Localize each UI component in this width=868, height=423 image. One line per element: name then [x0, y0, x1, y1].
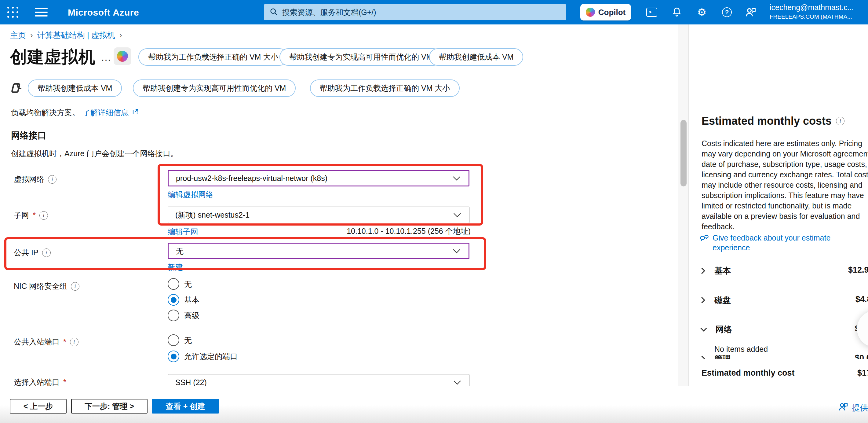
subnet-dropdown[interactable]: (新项) snet-westus2-1: [168, 207, 469, 223]
radio-selected-icon[interactable]: [168, 350, 179, 362]
chevron-right-icon: ›: [30, 31, 33, 40]
wizard-footer: < 上一步 下一步: 管理 > 查看 + 创建 提供...: [0, 386, 868, 423]
footer-feedback-link[interactable]: 提供...: [838, 402, 868, 414]
estimate-feedback-link[interactable]: Give feedback about your estimate experi…: [713, 233, 852, 252]
inbound-ports-label: 公共入站端口 * i: [14, 337, 79, 347]
info-icon[interactable]: i: [836, 117, 844, 125]
total-label: Estimated monthly cost: [702, 368, 795, 378]
chevron-right-icon: [700, 296, 707, 304]
cost-row-disk[interactable]: 磁盘 $4.8: [700, 293, 868, 307]
breadcrumb-compute[interactable]: 计算基础结构 | 虚拟机: [37, 30, 115, 41]
chevron-down-icon: [453, 210, 461, 220]
copilot-suggestion-vm-size[interactable]: 帮助我为工作负载选择正确的 VM 大小: [138, 48, 288, 66]
copilot-badge-button[interactable]: [114, 47, 131, 65]
public-ip-dropdown[interactable]: 无: [168, 243, 469, 259]
copilot-suggestion-high-availability-2[interactable]: 帮助我创建专为实现高可用性而优化的 VM: [133, 80, 296, 97]
radio-icon[interactable]: [168, 334, 179, 346]
total-value: $17: [857, 368, 868, 378]
copilot-suggestion-vm-size-2[interactable]: 帮助我为工作负载选择正确的 VM 大小: [310, 80, 460, 97]
azure-create-vm-page: Microsoft Azure Copilot >_ ⚙ ? icecheng@…: [0, 0, 868, 423]
global-search[interactable]: [264, 4, 566, 20]
copilot-suggestion-high-availability[interactable]: 帮助我创建专为实现高可用性而优化的 VM: [279, 48, 442, 66]
section-title-network-interface: 网络接口: [11, 130, 46, 142]
info-icon[interactable]: i: [71, 282, 80, 291]
breadcrumb-home[interactable]: 主页: [10, 30, 26, 41]
costs-disclaimer: Costs indicated here are estimates only.…: [702, 138, 868, 232]
external-link-icon: [132, 108, 139, 117]
inbound-option-allow-selected[interactable]: 允许选定的端口: [168, 350, 238, 362]
copilot-icon: [586, 8, 595, 17]
account-tenant: FREELEAPS.COM (MATHMA...: [770, 13, 868, 20]
info-icon[interactable]: i: [48, 175, 57, 184]
cloud-shell-icon[interactable]: >_: [645, 6, 658, 18]
breadcrumb: 主页 › 计算基础结构 | 虚拟机 ›: [10, 30, 122, 41]
copilot-suggestion-low-cost-2[interactable]: 帮助我创建低成本 VM: [28, 80, 122, 97]
info-icon[interactable]: i: [42, 249, 51, 257]
chevron-right-icon: [700, 267, 707, 275]
chevron-down-icon: [453, 174, 461, 183]
cost-price: $12.9: [848, 265, 868, 275]
hamburger-menu-icon[interactable]: [35, 8, 48, 17]
section-description: 创建虚拟机时，Azure 门户会创建一个网络接口。: [11, 148, 178, 159]
review-create-button[interactable]: 查看 + 创建: [152, 399, 219, 414]
estimated-costs-panel: Estimated monthly costs i Costs indicate…: [688, 24, 868, 386]
account-info[interactable]: icecheng@mathmast.c... FREELEAPS.COM (MA…: [770, 3, 868, 20]
settings-gear-icon[interactable]: ⚙: [695, 6, 709, 18]
feedback-person-icon[interactable]: [744, 6, 757, 18]
feedback-person-icon: [838, 402, 848, 414]
nsg-option-advanced[interactable]: 高级: [168, 310, 199, 321]
load-balancer-note: 负载均衡解决方案。 了解详细信息: [11, 108, 139, 118]
radio-icon[interactable]: [168, 278, 179, 290]
costs-panel-title: Estimated monthly costs i: [702, 115, 844, 128]
public-ip-label: 公共 IP i: [14, 248, 51, 258]
create-new-public-ip-link[interactable]: 新建: [168, 262, 183, 272]
feedback-bubbles-icon: [700, 233, 709, 252]
search-icon: [269, 7, 278, 17]
subnet-address-range: 10.10.1.0 - 10.10.1.255 (256 个地址): [168, 226, 471, 236]
chevron-down-icon: [700, 326, 708, 333]
learn-more-link[interactable]: 了解详细信息: [83, 108, 129, 118]
subnet-label: 子网 * i: [14, 210, 48, 220]
vnet-label: 虚拟网络 i: [14, 174, 57, 184]
account-email: icecheng@mathmast.c...: [770, 3, 868, 12]
copilot-icon: [117, 51, 128, 62]
edit-vnet-link[interactable]: 编辑虚拟网络: [168, 190, 214, 200]
estimate-feedback-row[interactable]: Give feedback about your estimate experi…: [700, 233, 852, 252]
top-bar: Microsoft Azure Copilot >_ ⚙ ? icecheng@…: [0, 0, 868, 24]
nsg-option-none[interactable]: 无: [168, 278, 192, 290]
next-step-button[interactable]: 下一步: 管理 >: [71, 399, 148, 414]
vnet-dropdown[interactable]: prod-usw2-k8s-freeleaps-virtual-networ (…: [168, 170, 469, 187]
nsg-label: NIC 网络安全组 i: [14, 281, 80, 291]
chevron-down-icon: [453, 247, 461, 255]
notifications-bell-icon[interactable]: [670, 6, 684, 18]
nsg-option-basic[interactable]: 基本: [168, 294, 199, 306]
copilot-outline-icon[interactable]: [10, 81, 24, 95]
copilot-button[interactable]: Copilot: [580, 4, 631, 21]
search-input[interactable]: [282, 8, 561, 17]
previous-step-button[interactable]: < 上一步: [10, 399, 67, 414]
chevron-right-icon: ›: [119, 31, 122, 40]
scrollbar-track[interactable]: [678, 24, 688, 386]
cost-row-network[interactable]: 网络 $0.0: [700, 323, 868, 336]
scrollbar-thumb[interactable]: [680, 120, 687, 187]
copilot-suggestion-low-cost[interactable]: 帮助我创建低成本 VM: [429, 48, 523, 66]
brand-title[interactable]: Microsoft Azure: [68, 7, 139, 18]
inbound-option-none[interactable]: 无: [168, 334, 192, 346]
info-icon[interactable]: i: [70, 338, 79, 346]
radio-selected-icon[interactable]: [168, 294, 179, 306]
more-options-ellipsis[interactable]: …: [101, 51, 111, 63]
help-icon[interactable]: ?: [720, 6, 734, 18]
cost-row-basic[interactable]: 基本 $12.9: [700, 264, 868, 278]
estimated-monthly-cost-total: Estimated monthly cost $17: [689, 359, 868, 389]
radio-icon[interactable]: [168, 310, 179, 321]
page-title: 创建虚拟机: [10, 46, 96, 68]
cost-price: $4.8: [856, 294, 868, 304]
info-icon[interactable]: i: [39, 211, 48, 220]
waffle-menu-icon[interactable]: [7, 7, 19, 18]
